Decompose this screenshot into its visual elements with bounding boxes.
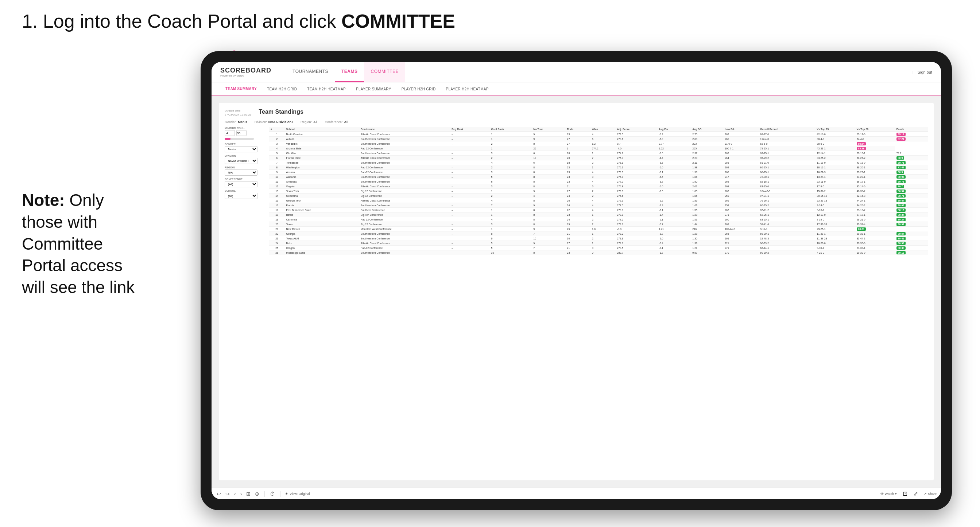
- table-cell[interactable]: Mississippi State: [285, 250, 359, 255]
- table-cell: 273.6: [616, 137, 658, 141]
- back-button[interactable]: ‹: [234, 490, 237, 497]
- table-cell[interactable]: Washington: [285, 165, 359, 170]
- table-cell: 20: [269, 222, 285, 227]
- table-cell: 79.7: [895, 151, 928, 156]
- forward-button[interactable]: ›: [240, 490, 243, 497]
- sub-nav-player-h2h-grid[interactable]: PLAYER H2H GRID: [396, 83, 441, 95]
- table-cell: 3: [590, 175, 616, 179]
- table-cell: 9-24-0: [816, 203, 855, 208]
- table-cell: 5: [490, 175, 532, 179]
- table-cell[interactable]: New Mexico: [285, 227, 359, 232]
- min-rounds-input[interactable]: [225, 130, 235, 136]
- filter-row: Gender: Men's Division: NCAA Division I …: [225, 120, 928, 124]
- sub-nav-player-h2h-heatmap[interactable]: PLAYER H2H HEATMAP: [441, 83, 493, 95]
- table-cell: 280.7: [616, 250, 658, 255]
- sub-nav-team-summary[interactable]: TEAM SUMMARY: [220, 83, 262, 95]
- table-cell: 19: [269, 217, 285, 222]
- table-cell[interactable]: Tennessee: [285, 160, 359, 165]
- table-cell[interactable]: Illinois: [285, 213, 359, 217]
- table-cell: -6.1: [657, 170, 691, 175]
- table-cell: Big 12 Conference: [359, 222, 450, 227]
- table-cell[interactable]: Arizona: [285, 170, 359, 175]
- rounds-slider[interactable]: [225, 138, 254, 140]
- table-cell[interactable]: East Tennessee State: [285, 208, 359, 213]
- table-cell[interactable]: Texas Tech: [285, 189, 359, 194]
- view-icon: 👁: [285, 492, 288, 496]
- toolbar-icon-1[interactable]: ⊡: [903, 490, 907, 497]
- table-cell: 203: [691, 141, 723, 146]
- table-cell[interactable]: Texas: [285, 222, 359, 227]
- table-cell: 12: [269, 184, 285, 189]
- table-cell: 1: [490, 132, 532, 137]
- toolbar-icon-2[interactable]: ⤢: [913, 490, 918, 497]
- table-cell: 36-17-1: [855, 179, 895, 184]
- table-cell: -0.8: [616, 227, 658, 232]
- sub-nav: TEAM SUMMARY TEAM H2H GRID TEAM H2H HEAT…: [212, 83, 941, 95]
- table-cell[interactable]: Georgia Tech: [285, 198, 359, 203]
- table-cell: 76-26-1: [759, 198, 815, 203]
- table-cell[interactable]: Oklahoma: [285, 194, 359, 198]
- table-cell[interactable]: Arkansas: [285, 179, 359, 184]
- table-cell: 8-14-0: [816, 217, 855, 222]
- table-cell[interactable]: Virginia: [285, 184, 359, 189]
- view-original-button[interactable]: 👁 View: Original: [285, 492, 310, 496]
- nav-tournaments[interactable]: TOURNAMENTS: [286, 62, 335, 83]
- redo-button[interactable]: ↪: [225, 490, 231, 497]
- table-container[interactable]: # School Conference Reg Rank Conf Rank N…: [269, 127, 928, 255]
- division-select[interactable]: NCAA Division I: [225, 158, 258, 164]
- table-row: 24DukeAtlantic Coast Conference–59271278…: [269, 241, 928, 246]
- table-cell[interactable]: Georgia: [285, 232, 359, 236]
- school-select[interactable]: (All): [225, 193, 258, 199]
- table-cell[interactable]: Florida State: [285, 156, 359, 160]
- table-cell: 60-26-2: [855, 156, 895, 160]
- table-cell: 21: [565, 232, 590, 236]
- table-cell[interactable]: California: [285, 217, 359, 222]
- update-time: Update time: 27/03/2024 16:56:26: [225, 109, 251, 117]
- table-cell: -4.0: [616, 146, 658, 151]
- sub-nav-team-h2h-grid[interactable]: TEAM H2H GRID: [262, 83, 302, 95]
- table-cell: 1.86: [691, 175, 723, 179]
- table-cell[interactable]: Vanderbilt: [285, 141, 359, 146]
- logo-area: SCOREBOARD Powered by clippd: [220, 67, 271, 77]
- table-cell[interactable]: North Carolina: [285, 132, 359, 137]
- watch-button[interactable]: 👁 Watch ▾: [880, 492, 897, 496]
- copy-button[interactable]: ⊞: [245, 490, 251, 497]
- table-cell: 267: [723, 189, 759, 194]
- add-button[interactable]: ⊕: [254, 490, 260, 497]
- table-cell: 6.2: [590, 141, 616, 146]
- table-cell: 1: [490, 213, 532, 217]
- conference-select[interactable]: (All): [225, 181, 258, 187]
- table-cell: Southeastern Conference: [359, 236, 450, 241]
- nav-teams[interactable]: TEAMS: [335, 62, 364, 83]
- table-cell: 1: [565, 146, 590, 151]
- share-button[interactable]: ↗ Share: [924, 492, 937, 496]
- table-cell: 80.27: [895, 217, 928, 222]
- table-cell: 1: [590, 151, 616, 156]
- table-cell[interactable]: Ole Miss: [285, 151, 359, 156]
- table-cell[interactable]: Duke: [285, 241, 359, 246]
- sub-nav-player-summary[interactable]: PLAYER SUMMARY: [351, 83, 396, 95]
- table-cell: 278.7: [616, 241, 658, 246]
- table-cell: 1.28: [691, 213, 723, 217]
- gender-select[interactable]: Men's: [225, 146, 258, 152]
- sign-out-button[interactable]: Sign out: [918, 70, 932, 75]
- undo-button[interactable]: ↩: [216, 490, 222, 497]
- table-cell[interactable]: Auburn: [285, 137, 359, 141]
- region-select[interactable]: N/A: [225, 170, 258, 176]
- conference-value: All: [344, 120, 348, 124]
- nav-committee[interactable]: COMMITTEE: [364, 62, 405, 83]
- sub-nav-team-h2h-heatmap[interactable]: TEAM H2H HEATMAP: [302, 83, 351, 95]
- table-cell: 27: [565, 137, 590, 141]
- table-cell[interactable]: Arizona State: [285, 146, 359, 151]
- table-cell: 3: [490, 170, 532, 175]
- gender-filter-group: Gender Men's: [225, 143, 265, 152]
- filters-sidebar: Minimum Rou...: [225, 127, 265, 467]
- table-cell[interactable]: Oregon: [285, 246, 359, 250]
- table-cell[interactable]: Texas A&M: [285, 236, 359, 241]
- table-cell: 1: [490, 227, 532, 232]
- table-cell[interactable]: Alabama: [285, 175, 359, 179]
- table-cell[interactable]: Florida: [285, 203, 359, 208]
- clock-button[interactable]: ⏱: [269, 490, 276, 497]
- max-rounds-input[interactable]: [236, 130, 247, 136]
- table-cell: Southeastern Conference: [359, 141, 450, 146]
